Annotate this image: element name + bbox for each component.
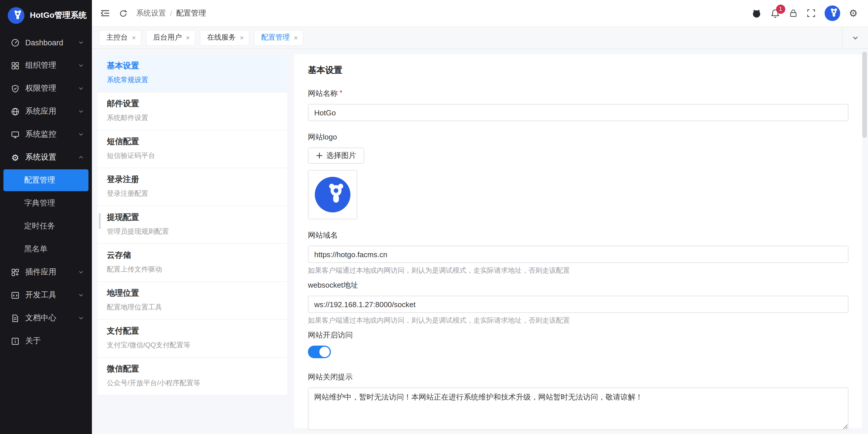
close-icon[interactable]: × xyxy=(186,34,190,41)
tab-config-manage[interactable]: 配置管理 × xyxy=(254,30,303,46)
nav-scrollbar-thumb[interactable] xyxy=(99,213,100,229)
settings-nav-cloud-storage[interactable]: 云存储 配置上传文件驱动 xyxy=(98,244,287,282)
sidebar: HotGo管理系统 Dashboard 组织管理 权限管理 系统应用 系统监控 xyxy=(0,0,92,434)
settings-nav-card: 基本设置 系统常规设置 邮件设置 系统邮件设置 短信配置 短信验证码平台 登录注… xyxy=(98,55,287,396)
close-tip-textarea[interactable]: 网站维护中，暂时无法访问！本网站正在进行系统维护和技术升级，网站暂时无法访问，敬… xyxy=(308,388,848,430)
close-icon[interactable]: × xyxy=(240,34,244,41)
nav-item-title: 登录注册 xyxy=(107,174,278,185)
sidebar-item-label: 黑名单 xyxy=(24,244,48,254)
sidebar-item-about[interactable]: 关于 xyxy=(0,330,92,353)
settings-nav-email[interactable]: 邮件设置 系统邮件设置 xyxy=(98,93,287,130)
sidebar-item-org[interactable]: 组织管理 xyxy=(0,54,92,77)
tab-bar: 主控台 × 后台用户 × 在线服务 × 配置管理 × xyxy=(92,27,868,49)
fullscreen-icon[interactable] xyxy=(807,9,816,18)
monitor-icon xyxy=(11,130,20,139)
github-icon[interactable] xyxy=(751,8,762,19)
settings-nav-basic[interactable]: 基本设置 系统常规设置 xyxy=(98,55,287,93)
settings-nav-login[interactable]: 登录注册 登录注册配置 xyxy=(98,168,287,206)
nav-item-subtitle: 支付宝/微信/QQ支付配置等 xyxy=(107,340,278,350)
tab-options-chevron[interactable] xyxy=(842,27,868,48)
close-icon[interactable]: × xyxy=(294,34,298,41)
choose-image-button[interactable]: 选择图片 xyxy=(308,147,364,164)
site-name-input[interactable] xyxy=(308,104,848,121)
sidebar-item-dict-manage[interactable]: 字典管理 xyxy=(0,192,92,215)
nav-item-title: 邮件设置 xyxy=(107,99,278,109)
nav-item-title: 支付配置 xyxy=(107,326,278,336)
settings-gear-icon[interactable]: ⚙ xyxy=(849,7,858,19)
sidebar-item-config-manage[interactable]: 配置管理 xyxy=(3,169,89,191)
nav-item-subtitle: 系统邮件设置 xyxy=(107,113,278,123)
sidebar-item-plugins[interactable]: 插件应用 xyxy=(0,261,92,283)
sidebar-item-permission[interactable]: 权限管理 xyxy=(0,77,92,100)
site-logo-preview[interactable] xyxy=(308,170,357,219)
sidebar-item-monitor[interactable]: 系统监控 xyxy=(0,123,92,146)
required-asterisk: * xyxy=(340,89,342,97)
sidebar-item-label: Dashboard xyxy=(25,38,78,47)
lock-screen-icon[interactable] xyxy=(789,9,798,18)
sidebar-item-docs[interactable]: 文档中心 xyxy=(0,306,92,330)
chevron-down-icon xyxy=(78,131,84,137)
user-avatar[interactable] xyxy=(824,5,840,21)
nav-item-title: 云存储 xyxy=(107,250,278,261)
page-scrollbar-thumb[interactable] xyxy=(862,52,867,138)
field-label: websocket地址 xyxy=(308,280,848,291)
app-logo-row[interactable]: HotGo管理系统 xyxy=(0,0,92,31)
refresh-icon[interactable] xyxy=(119,9,127,18)
settings-nav-sms[interactable]: 短信配置 短信验证码平台 xyxy=(98,130,287,168)
tab-console[interactable]: 主控台 × xyxy=(99,30,141,46)
websocket-input[interactable] xyxy=(308,296,848,313)
label-text: websocket地址 xyxy=(308,280,358,291)
field-help-text: 如果客户端通过本地或内网访问，则认为是调试模式，走实际请求地址，否则走该配置 xyxy=(308,266,848,275)
sidebar-item-devtools[interactable]: 开发工具 xyxy=(0,283,92,306)
chevron-down-icon xyxy=(78,292,84,298)
settings-nav-wechat[interactable]: 微信配置 公众号/开放平台/小程序配置等 xyxy=(98,358,287,396)
dashboard-icon xyxy=(11,38,20,47)
nav-item-subtitle: 管理员提现规则配置 xyxy=(107,227,278,236)
tab-label: 在线服务 xyxy=(207,33,236,42)
notifications-bell-icon[interactable]: 1 xyxy=(770,8,780,18)
sidebar-item-label: 文档中心 xyxy=(25,313,78,323)
collapse-sidebar-icon[interactable] xyxy=(100,8,110,19)
field-label: 网站开启访问 xyxy=(308,330,848,340)
nav-item-subtitle: 配置地理位置工具 xyxy=(107,303,278,312)
label-text: 网站关闭提示 xyxy=(308,372,353,382)
sidebar-item-sysapp[interactable]: 系统应用 xyxy=(0,100,92,123)
chevron-down-icon xyxy=(78,86,84,91)
form-title: 基本设置 xyxy=(308,65,848,76)
nav-item-title: 提现配置 xyxy=(107,212,278,223)
field-label: 网站关闭提示 xyxy=(308,372,848,382)
chevron-down-icon xyxy=(78,40,84,45)
field-site-logo: 网站logo 选择图片 xyxy=(308,132,848,219)
nav-item-title: 短信配置 xyxy=(107,137,278,147)
main-area: 系统设置 / 配置管理 1 ⚙ xyxy=(92,0,868,434)
nav-item-subtitle: 系统常规设置 xyxy=(107,75,278,85)
tab-admin-users[interactable]: 后台用户 × xyxy=(146,30,195,46)
sidebar-item-settings[interactable]: ⚙ 系统设置 xyxy=(0,146,92,169)
tab-online-service[interactable]: 在线服务 × xyxy=(199,30,249,46)
field-site-open: 网站开启访问 xyxy=(308,330,848,358)
plugin-icon xyxy=(11,268,20,276)
nav-item-subtitle: 短信验证码平台 xyxy=(107,151,278,161)
sidebar-item-label: 系统监控 xyxy=(25,129,78,139)
settings-nav-pay[interactable]: 支付配置 支付宝/微信/QQ支付配置等 xyxy=(98,320,287,358)
sidebar-item-cron-task[interactable]: 定时任务 xyxy=(0,215,92,238)
sidebar-item-blacklist[interactable]: 黑名单 xyxy=(0,238,92,261)
settings-nav-geo[interactable]: 地理位置 配置地理位置工具 xyxy=(98,282,287,320)
content-area: 基本设置 系统常规设置 邮件设置 系统邮件设置 短信配置 短信验证码平台 登录注… xyxy=(92,49,868,434)
tab-label: 主控台 xyxy=(106,33,128,42)
label-text: 网站名称 xyxy=(308,89,338,99)
breadcrumb-section[interactable]: 系统设置 xyxy=(136,8,166,19)
nav-item-title: 基本设置 xyxy=(107,61,278,71)
tab-label: 配置管理 xyxy=(261,33,290,42)
document-icon xyxy=(11,314,20,322)
site-open-toggle[interactable] xyxy=(308,345,331,358)
sidebar-item-dashboard[interactable]: Dashboard xyxy=(0,31,92,54)
close-icon[interactable]: × xyxy=(132,34,136,41)
toggle-knob xyxy=(319,347,330,357)
site-domain-input[interactable] xyxy=(308,246,848,263)
nav-item-title: 地理位置 xyxy=(107,288,278,299)
app-root: HotGo管理系统 Dashboard 组织管理 权限管理 系统应用 系统监控 xyxy=(0,0,868,434)
breadcrumb-page[interactable]: 配置管理 xyxy=(176,8,206,19)
nav-item-subtitle: 配置上传文件驱动 xyxy=(107,265,278,274)
settings-nav-withdraw[interactable]: 提现配置 管理员提现规则配置 xyxy=(98,206,287,244)
